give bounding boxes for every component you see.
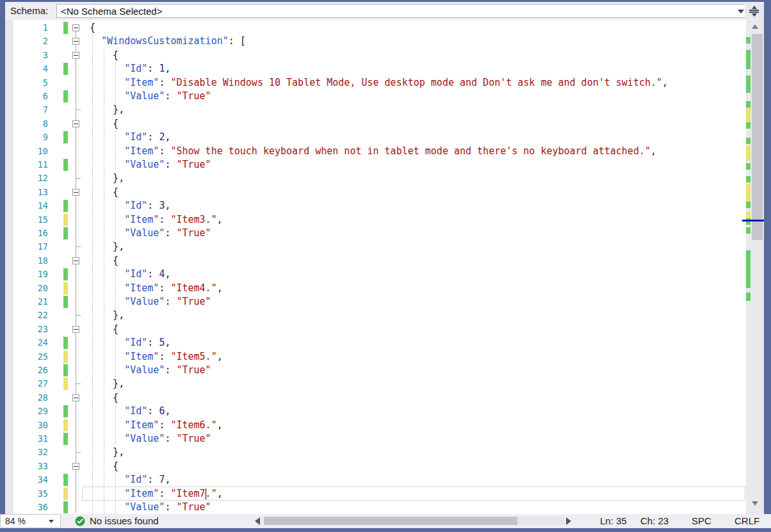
code-text[interactable]: "Id": 3, — [90, 200, 170, 212]
line-number[interactable]: 36 — [13, 502, 48, 512]
line-number[interactable]: 21 — [13, 296, 48, 307]
line-number[interactable]: 18 — [13, 255, 48, 266]
vertical-scrollbar-thumb[interactable] — [752, 34, 763, 240]
code-line[interactable]: 17 }, — [5, 240, 764, 254]
fold-collapse-toggle[interactable] — [72, 257, 79, 264]
code-text[interactable]: { — [90, 49, 118, 61]
code-text[interactable]: "Item": "Item5.", — [90, 351, 223, 363]
code-text[interactable]: "Value": "True" — [90, 227, 211, 239]
line-number[interactable]: 2 — [13, 36, 48, 46]
code-line[interactable]: 33 { — [5, 460, 764, 473]
scroll-up-arrow[interactable] — [752, 24, 758, 29]
vertical-scrollbar[interactable] — [746, 20, 764, 514]
code-text[interactable]: }, — [90, 378, 124, 390]
line-number[interactable]: 33 — [13, 461, 48, 471]
line-number[interactable]: 16 — [13, 228, 48, 238]
fold-collapse-toggle[interactable] — [72, 38, 79, 45]
code-text[interactable]: "Id": 1, — [90, 63, 170, 75]
code-line[interactable]: 3 { — [5, 49, 764, 62]
status-indent-mode[interactable]: SPC — [692, 515, 711, 526]
line-number[interactable]: 10 — [13, 146, 48, 156]
code-line[interactable]: 34 "Id": 7, — [5, 473, 764, 487]
code-text[interactable]: }, — [90, 446, 124, 458]
chevron-down-icon[interactable] — [738, 10, 744, 13]
line-number[interactable]: 31 — [13, 433, 48, 444]
code-line[interactable]: 15 "Item": "Item3.", — [5, 213, 764, 227]
code-text[interactable]: "Id": 6, — [90, 405, 170, 417]
code-text[interactable]: { — [90, 22, 95, 34]
line-number[interactable]: 32 — [13, 447, 48, 457]
code-text[interactable]: "Item": "Item7.", — [90, 488, 223, 500]
code-text[interactable]: { — [90, 118, 118, 130]
code-text[interactable]: "Value": "True" — [90, 433, 211, 445]
line-number[interactable]: 23 — [13, 324, 48, 334]
code-line[interactable]: 26 "Value": "True" — [5, 364, 764, 377]
code-text[interactable]: "Value": "True" — [90, 296, 211, 308]
code-line[interactable]: 5 "Item": "Disable Windows 10 Tablet Mod… — [5, 76, 764, 90]
line-number[interactable]: 7 — [13, 104, 48, 115]
code-line[interactable]: 18 { — [5, 254, 764, 268]
code-line[interactable]: 20 "Item": "Item4.", — [5, 282, 764, 295]
code-line[interactable]: 11 "Value": "True" — [5, 158, 764, 172]
code-text[interactable]: "Item": "Show the touch keyboard when no… — [90, 145, 656, 157]
line-number[interactable]: 25 — [13, 351, 48, 362]
code-line[interactable]: 32 }, — [5, 446, 764, 459]
code-text[interactable]: "Value": "True" — [90, 364, 211, 376]
fold-collapse-toggle[interactable] — [72, 120, 79, 127]
code-text[interactable]: { — [90, 460, 118, 472]
scroll-down-arrow[interactable] — [752, 501, 758, 506]
line-number[interactable]: 15 — [13, 214, 48, 225]
line-number[interactable]: 11 — [13, 159, 48, 170]
code-line[interactable]: 7 }, — [5, 103, 764, 117]
line-number[interactable]: 1 — [13, 22, 48, 33]
code-line[interactable]: 28 { — [5, 391, 764, 405]
fold-collapse-toggle[interactable] — [72, 326, 79, 333]
code-line[interactable]: 8 { — [5, 117, 764, 131]
health-status-label[interactable]: No issues found — [90, 515, 159, 526]
fold-collapse-toggle[interactable] — [72, 189, 79, 196]
line-number[interactable]: 20 — [13, 283, 48, 293]
fold-collapse-toggle[interactable] — [72, 394, 79, 401]
code-text[interactable]: "Value": "True" — [90, 159, 211, 171]
line-number[interactable]: 17 — [13, 241, 48, 252]
line-number[interactable]: 26 — [13, 365, 48, 375]
code-text[interactable]: "WindowsCustomization": [ — [90, 35, 246, 47]
line-number[interactable]: 30 — [13, 420, 48, 430]
code-line[interactable]: 24 "Id": 5, — [5, 336, 764, 350]
code-text[interactable]: "Item": "Disable Windows 10 Tablet Mode,… — [90, 77, 668, 89]
code-line[interactable]: 21 "Value": "True" — [5, 295, 764, 309]
code-text[interactable]: "Item": "Item4.", — [90, 282, 223, 294]
code-text[interactable]: "Item": "Item6.", — [90, 419, 223, 431]
code-text[interactable]: { — [90, 186, 118, 198]
split-window-button[interactable] — [745, 3, 763, 19]
code-line[interactable]: 12 }, — [5, 172, 764, 185]
line-number[interactable]: 22 — [13, 310, 48, 320]
horizontal-scrollbar[interactable] — [264, 517, 564, 525]
code-line[interactable]: 16 "Value": "True" — [5, 227, 764, 240]
code-line[interactable]: 13 { — [5, 186, 764, 199]
line-number[interactable]: 19 — [13, 269, 48, 279]
code-text[interactable]: { — [90, 392, 118, 404]
code-line[interactable]: 36 "Value": "True" — [5, 501, 764, 514]
fold-collapse-toggle[interactable] — [72, 52, 79, 59]
scroll-left-arrow[interactable] — [255, 517, 260, 525]
line-number[interactable]: 29 — [13, 406, 48, 416]
code-text[interactable]: "Value": "True" — [90, 90, 211, 102]
schema-selector[interactable]: <No Schema Selected> — [56, 4, 750, 18]
code-line[interactable]: 6 "Value": "True" — [5, 90, 764, 103]
line-number[interactable]: 12 — [13, 173, 48, 183]
code-line[interactable]: 23 { — [5, 323, 764, 336]
code-line[interactable]: 29 "Id": 6, — [5, 405, 764, 418]
code-text[interactable]: "Value": "True" — [90, 501, 211, 513]
line-number[interactable]: 13 — [13, 187, 48, 197]
code-text[interactable]: "Id": 2, — [90, 131, 170, 143]
code-text[interactable]: { — [90, 323, 118, 335]
line-number[interactable]: 4 — [13, 63, 48, 74]
line-number[interactable]: 9 — [13, 132, 48, 142]
code-line[interactable]: 2 "WindowsCustomization": [ — [5, 35, 764, 48]
code-line[interactable]: 25 "Item": "Item5.", — [5, 350, 764, 364]
status-line-ending[interactable]: CRLF — [734, 515, 759, 526]
line-number[interactable]: 28 — [13, 392, 48, 403]
editor-area[interactable]: 1{2 "WindowsCustomization": [3 {4 "Id": … — [5, 20, 764, 514]
code-line[interactable]: 35 "Item": "Item7.", — [5, 487, 764, 501]
